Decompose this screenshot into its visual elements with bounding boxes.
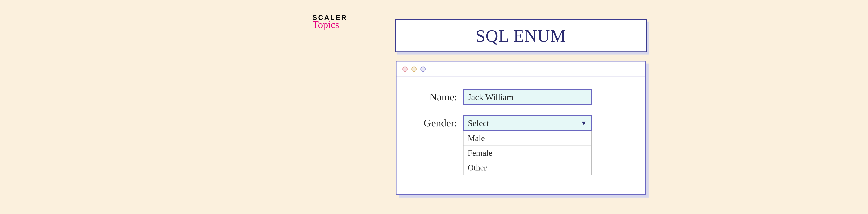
form-body: Name: Jack William Gender: Select ▼ Male — [397, 77, 645, 194]
name-label: Name: — [412, 89, 457, 103]
name-row: Name: Jack William — [412, 89, 629, 105]
window-container: Name: Jack William Gender: Select ▼ Male — [396, 61, 646, 195]
gender-row: Gender: Select ▼ Male Female Other — [412, 115, 629, 175]
gender-selected-value: Select — [468, 118, 489, 128]
gender-options-list: Male Female Other — [463, 131, 592, 175]
logo-text-topics: Topics — [312, 20, 339, 30]
gender-option-female[interactable]: Female — [464, 146, 591, 160]
gender-option-other[interactable]: Other — [464, 160, 591, 175]
close-icon[interactable] — [402, 66, 408, 72]
gender-select-wrap: Select ▼ Male Female Other — [463, 115, 592, 175]
window-titlebar — [397, 62, 645, 77]
name-input[interactable]: Jack William — [463, 89, 592, 105]
title-container: SQL ENUM — [395, 19, 647, 52]
maximize-icon[interactable] — [421, 66, 426, 72]
gender-select[interactable]: Select ▼ — [463, 115, 592, 131]
app-window: Name: Jack William Gender: Select ▼ Male — [396, 61, 646, 195]
minimize-icon[interactable] — [411, 66, 416, 72]
page-title: SQL ENUM — [476, 26, 566, 46]
gender-label: Gender: — [412, 115, 457, 129]
chevron-down-icon: ▼ — [581, 119, 587, 127]
name-input-value: Jack William — [468, 92, 513, 102]
gender-option-male[interactable]: Male — [464, 131, 591, 146]
title-box: SQL ENUM — [395, 19, 647, 52]
scaler-topics-logo: SCALER Topics — [312, 14, 347, 30]
